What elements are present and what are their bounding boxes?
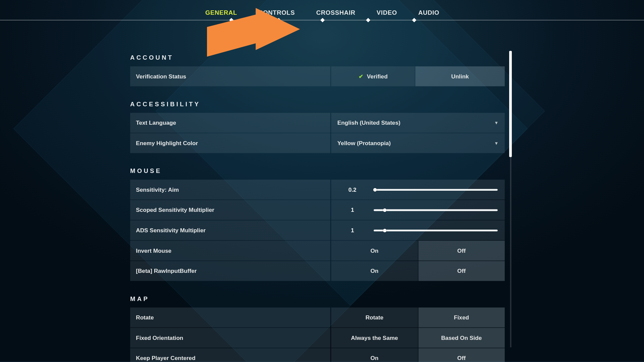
slider-knob[interactable] (383, 229, 387, 232)
value-sensitivity-aim[interactable]: 0.2 (331, 186, 374, 193)
toggle-rawbuf-on[interactable]: On (331, 261, 418, 281)
section-header-mouse: Mouse (130, 167, 505, 174)
row-rawinputbuffer: [Beta] RawInputBuffer On Off (130, 261, 505, 281)
dropdown-text-language[interactable]: English (United States) ▼ (331, 113, 504, 133)
slider-scoped-sens[interactable] (374, 209, 498, 211)
annotation-arrow-icon (206, 8, 301, 66)
toggle-fixedori-side[interactable]: Based On Side (418, 328, 505, 348)
svg-marker-0 (207, 8, 300, 57)
tab-video[interactable]: Video (376, 7, 398, 18)
row-verification-status: Verification Status ✔ Verified Unlink (130, 66, 505, 86)
label-enemy-highlight: Enemy Highlight Color (130, 133, 330, 153)
toggle-keepcenter-on[interactable]: On (331, 348, 418, 362)
row-enemy-highlight: Enemy Highlight Color Yellow (Protanopia… (130, 133, 505, 153)
section-header-account: Account (130, 54, 505, 61)
row-ads-sens: ADS Sensitivity Multiplier 1 (130, 220, 505, 240)
label-invert-mouse: Invert Mouse (130, 241, 330, 260)
value-scoped-sens[interactable]: 1 (331, 206, 374, 213)
label-map-rotate: Rotate (130, 307, 330, 327)
toggle-fixedori-same[interactable]: Always the Same (331, 328, 418, 348)
row-keep-centered: Keep Player Centered On Off (130, 348, 505, 362)
settings-tabs: General Controls Crosshair Video Audio (0, 7, 644, 18)
label-fixed-orientation: Fixed Orientation (130, 328, 330, 348)
toggle-rotate-rotate[interactable]: Rotate (331, 307, 418, 327)
label-sensitivity-aim: Sensitivity: Aim (130, 180, 330, 199)
toggle-rawbuf-off[interactable]: Off (418, 261, 505, 281)
dropdown-value: English (United States) (337, 119, 400, 126)
slider-ads-sens[interactable] (374, 229, 498, 231)
slider-knob[interactable] (383, 208, 387, 212)
row-text-language: Text Language English (United States) ▼ (130, 113, 505, 133)
chevron-down-icon: ▼ (494, 141, 498, 146)
section-header-map: Map (130, 295, 505, 302)
row-sensitivity-aim: Sensitivity: Aim 0.2 (130, 180, 505, 199)
tab-crosshair[interactable]: Crosshair (315, 7, 356, 18)
settings-panel: Account Verification Status ✔ Verified U… (130, 48, 505, 362)
slider-sensitivity-aim[interactable] (374, 189, 498, 190)
row-map-rotate: Rotate Rotate Fixed (130, 307, 505, 327)
chevron-down-icon: ▼ (494, 120, 498, 125)
row-invert-mouse: Invert Mouse On Off (130, 241, 505, 260)
verified-text: Verified (367, 73, 388, 80)
label-scoped-sens: Scoped Sensitivity Multiplier (130, 200, 330, 220)
tab-audio[interactable]: Audio (417, 7, 440, 18)
label-text-language: Text Language (130, 113, 330, 133)
dropdown-enemy-highlight[interactable]: Yellow (Protanopia) ▼ (331, 133, 504, 153)
label-verification-status: Verification Status (130, 66, 330, 86)
row-scoped-sens: Scoped Sensitivity Multiplier 1 (130, 200, 505, 220)
scrollbar-thumb[interactable] (509, 51, 512, 157)
toggle-rotate-fixed[interactable]: Fixed (418, 307, 505, 327)
unlink-button[interactable]: Unlink (415, 66, 505, 86)
dropdown-value: Yellow (Protanopia) (337, 140, 391, 146)
toggle-invert-on[interactable]: On (331, 241, 418, 260)
status-verified: ✔ Verified (331, 66, 415, 86)
check-icon: ✔ (359, 73, 364, 80)
label-keep-centered: Keep Player Centered (130, 348, 330, 362)
label-ads-sens: ADS Sensitivity Multiplier (130, 220, 330, 240)
toggle-invert-off[interactable]: Off (418, 241, 505, 260)
label-rawinputbuffer: [Beta] RawInputBuffer (130, 261, 330, 281)
toggle-keepcenter-off[interactable]: Off (418, 348, 505, 362)
section-header-accessibility: Accessibility (130, 101, 505, 108)
row-fixed-orientation: Fixed Orientation Always the Same Based … (130, 328, 505, 348)
slider-knob[interactable] (373, 188, 377, 191)
value-ads-sens[interactable]: 1 (331, 227, 374, 234)
